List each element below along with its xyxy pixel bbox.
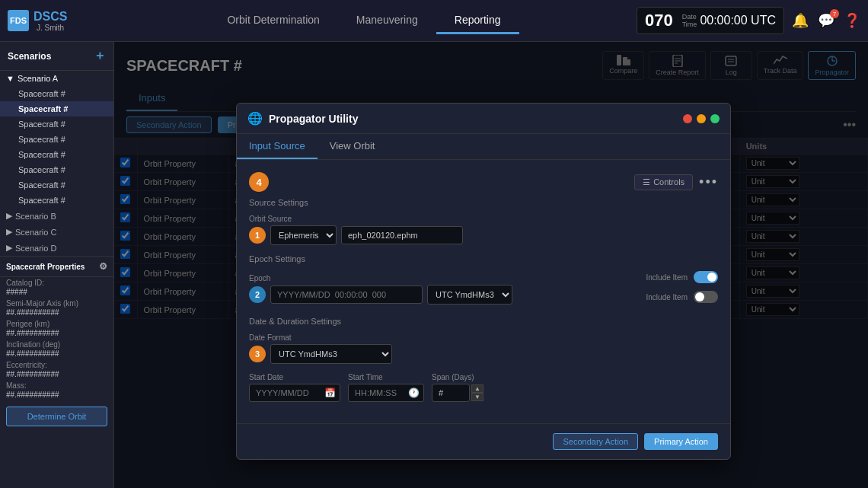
orbit-source-field: Orbit Source 1 Ephemeris xyxy=(249,215,463,245)
start-time-label: Start Time xyxy=(348,373,424,381)
include-items: Include Item Include Item xyxy=(646,271,718,308)
orbit-source-label: Orbit Source xyxy=(249,215,463,223)
determine-orbit-button[interactable]: Determine Orbit xyxy=(6,407,107,426)
badge-4: 4 xyxy=(249,172,269,192)
sidebar-item-scenario-d[interactable]: ▶ Scenario D xyxy=(0,240,113,256)
include-item-1-row: Include Item xyxy=(646,271,718,283)
main-content: SPACECRAFT # Compare Create Report Log T… xyxy=(114,42,868,488)
nav-tab-maneuvering[interactable]: Maneuvering xyxy=(338,8,436,34)
fds-icon: FDS xyxy=(8,10,29,31)
sidebar-item-spacecraft-2[interactable]: Spacecraft # xyxy=(0,101,113,116)
close-dot[interactable] xyxy=(683,114,692,123)
modal-secondary-action-button[interactable]: Secondary Action xyxy=(553,433,638,450)
span-input-wrap: ▲ ▼ xyxy=(432,384,483,402)
eccentricity-row: Eccentricity: ##.########## xyxy=(0,359,113,380)
epoch-label: Epoch xyxy=(249,274,512,282)
epoch-field: Epoch 2 UTC YmdHMs3 xyxy=(249,274,512,305)
sidebar: Scenarios ＋ ▼ Scenario A Spacecraft # Sp… xyxy=(0,42,114,488)
spacecraft-properties-header: Spacecraft Properties ⚙ xyxy=(0,256,113,277)
span-stepper: ▲ ▼ xyxy=(471,384,483,401)
sidebar-item-spacecraft-8[interactable]: Spacecraft # xyxy=(0,193,113,208)
controls-button[interactable]: ☰ Controls xyxy=(634,174,693,190)
sidebar-item-spacecraft-7[interactable]: Spacecraft # xyxy=(0,177,113,193)
sidebar-item-scenario-b[interactable]: ▶ Scenario B xyxy=(0,208,113,224)
modal-body: 4 ☰ Controls ••• Source Settings Orbit S… xyxy=(237,160,730,423)
propagator-modal: 🌐 Propagator Utility Input Source View O… xyxy=(236,103,731,460)
include-item-2-toggle[interactable] xyxy=(694,291,718,303)
clock-icon[interactable]: 🕐 xyxy=(408,388,420,398)
epoch-settings-label: Epoch Settings xyxy=(249,254,718,263)
globe-icon: 🌐 xyxy=(247,111,263,126)
badge-3: 3 xyxy=(249,346,266,362)
modal-tab-input-source[interactable]: Input Source xyxy=(237,134,318,159)
topbar-icons: 🔔 💬7 ❓ xyxy=(792,12,860,29)
chevron-right-icon-d: ▶ xyxy=(6,243,12,253)
semi-major-row: Semi-Major Axis (km) ##.########## xyxy=(0,298,113,318)
calendar-icon[interactable]: 📅 xyxy=(324,388,336,398)
modal-controls-row: 4 ☰ Controls ••• xyxy=(249,172,718,192)
sidebar-item-scenario-c[interactable]: ▶ Scenario C xyxy=(0,224,113,240)
epoch-input[interactable] xyxy=(270,285,423,304)
nav-tab-reporting[interactable]: Reporting xyxy=(436,8,519,34)
include-item-1-toggle[interactable] xyxy=(694,271,718,283)
span-days-field: Span (Days) ▲ ▼ xyxy=(432,373,483,402)
date-number: 070 xyxy=(645,11,673,30)
chevron-right-icon: ▶ xyxy=(6,211,12,221)
maximize-dot[interactable] xyxy=(710,114,720,123)
badge-2: 2 xyxy=(249,286,266,303)
source-settings-label: Source Settings xyxy=(249,198,718,207)
start-date-time-row: Start Date 📅 Start Time 🕐 xyxy=(249,373,718,402)
datetime-box: 070 Date Time 00:00:00 UTC xyxy=(637,7,784,34)
sidebar-item-spacecraft-4[interactable]: Spacecraft # xyxy=(0,132,113,147)
gear-icon[interactable]: ⚙ xyxy=(99,261,107,272)
sidebar-header: Scenarios ＋ xyxy=(0,42,113,71)
chat-badge: 7 xyxy=(830,9,839,18)
modal-titlebar: 🌐 Propagator Utility xyxy=(237,104,730,134)
include-item-2-row: Include Item xyxy=(646,291,718,303)
date-format-field: Date Format 3 UTC YmdHMs3 xyxy=(249,333,392,364)
sidebar-item-spacecraft-6[interactable]: Spacecraft # xyxy=(0,162,113,177)
sidebar-item-spacecraft-1[interactable]: Spacecraft # xyxy=(0,86,113,101)
datetime-labels: Date Time xyxy=(682,13,697,28)
orbit-source-select[interactable]: Ephemeris xyxy=(270,225,337,245)
span-input[interactable] xyxy=(432,384,470,402)
nav-tab-orbit-determination[interactable]: Orbit Determination xyxy=(209,8,337,34)
catalog-id-row: Catalog ID: ##### xyxy=(0,277,113,298)
logo-area: FDS DSCS J. Smith xyxy=(8,10,91,32)
datetime-utc: 00:00:00 UTC xyxy=(700,14,776,27)
dscs-label: DSCS xyxy=(34,10,67,24)
minimize-dot[interactable] xyxy=(697,114,706,123)
start-date-wrap: 📅 xyxy=(249,384,340,402)
chevron-right-icon-c: ▶ xyxy=(6,227,12,237)
chat-icon[interactable]: 💬7 xyxy=(818,12,834,29)
modal-title: Propagator Utility xyxy=(269,113,683,125)
orbit-source-file-input[interactable] xyxy=(341,226,463,244)
logo-block: DSCS J. Smith xyxy=(34,10,67,32)
start-time-field: Start Time 🕐 xyxy=(348,373,424,402)
sidebar-item-spacecraft-5[interactable]: Spacecraft # xyxy=(0,147,113,162)
perigee-row: Perigee (km) ##.########## xyxy=(0,318,113,339)
modal-footer: Secondary Action Primary Action xyxy=(237,423,730,459)
span-up-button[interactable]: ▲ xyxy=(471,384,483,393)
modal-traffic-lights xyxy=(683,114,720,123)
start-time-wrap: 🕐 xyxy=(348,384,424,402)
sidebar-item-spacecraft-3[interactable]: Spacecraft # xyxy=(0,116,113,132)
epoch-format-select[interactable]: UTC YmdHMs3 xyxy=(427,285,512,305)
sidebar-item-scenario-a[interactable]: ▼ Scenario A xyxy=(0,71,113,86)
modal-more-icon[interactable]: ••• xyxy=(699,174,718,190)
help-icon[interactable]: ❓ xyxy=(844,12,860,29)
add-scenario-button[interactable]: ＋ xyxy=(94,48,106,64)
sliders-icon: ☰ xyxy=(643,177,650,187)
mass-row: Mass: ##.########## xyxy=(0,380,113,400)
orbit-source-row: Orbit Source 1 Ephemeris xyxy=(249,215,718,245)
epoch-row: Epoch 2 UTC YmdHMs3 Include Item xyxy=(249,271,718,308)
user-label: J. Smith xyxy=(37,24,67,32)
notifications-icon[interactable]: 🔔 xyxy=(792,12,809,29)
date-format-select[interactable]: UTC YmdHMs3 xyxy=(270,344,392,364)
modal-primary-action-button[interactable]: Primary Action xyxy=(644,433,718,450)
span-down-button[interactable]: ▼ xyxy=(471,393,483,401)
date-format-label: Date Format xyxy=(249,333,392,342)
modal-tab-view-orbit[interactable]: View Orbit xyxy=(318,134,388,159)
modal-overlay: 🌐 Propagator Utility Input Source View O… xyxy=(114,42,868,488)
logo-row: DSCS xyxy=(34,10,67,24)
